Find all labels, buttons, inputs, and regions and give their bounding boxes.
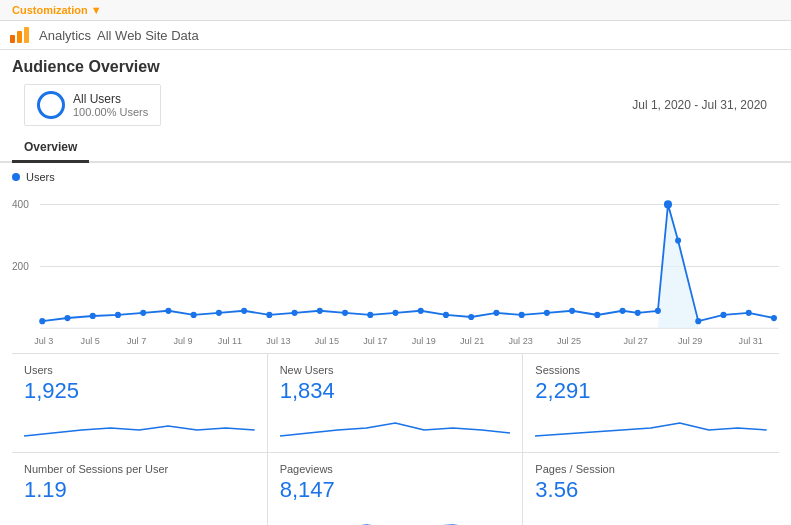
svg-text:Jul 25: Jul 25 bbox=[557, 336, 581, 346]
svg-text:Jul 7: Jul 7 bbox=[127, 336, 146, 346]
mini-chart-users bbox=[24, 408, 255, 443]
stat-sessions: Sessions 2,291 bbox=[523, 354, 779, 453]
stat-new-users-value: 1,834 bbox=[280, 378, 511, 404]
svg-point-35 bbox=[720, 312, 726, 318]
stats-grid: Users 1,925 New Users 1,834 Sessions 2,2… bbox=[12, 353, 779, 525]
logo-bar-3 bbox=[24, 27, 29, 43]
segment-label: All Users bbox=[73, 92, 148, 106]
logo-icon bbox=[10, 27, 29, 43]
mini-chart-sessions bbox=[535, 408, 767, 443]
svg-text:Jul 9: Jul 9 bbox=[173, 336, 192, 346]
svg-point-12 bbox=[191, 312, 197, 318]
property-name: All Web Site Data bbox=[97, 28, 199, 43]
svg-point-13 bbox=[216, 310, 222, 316]
svg-point-31 bbox=[655, 308, 661, 314]
svg-point-24 bbox=[493, 310, 499, 316]
chart-area: Users 400 200 bbox=[0, 163, 791, 353]
svg-point-27 bbox=[569, 308, 575, 314]
stat-pages-session: Pages / Session 3.56 bbox=[523, 453, 779, 525]
legend-dot-icon bbox=[12, 173, 20, 181]
logo bbox=[10, 27, 29, 43]
svg-point-29 bbox=[620, 308, 626, 314]
svg-text:Jul 17: Jul 17 bbox=[363, 336, 387, 346]
stat-pages-session-value: 3.56 bbox=[535, 477, 767, 503]
tab-overview[interactable]: Overview bbox=[12, 134, 89, 163]
svg-point-34 bbox=[695, 318, 701, 324]
svg-text:Jul 5: Jul 5 bbox=[81, 336, 100, 346]
svg-text:200: 200 bbox=[12, 260, 29, 271]
breadcrumb-top[interactable]: Customization ▼ bbox=[12, 4, 102, 16]
logo-bar-2 bbox=[17, 31, 22, 43]
svg-point-21 bbox=[418, 308, 424, 314]
svg-text:Jul 13: Jul 13 bbox=[266, 336, 290, 346]
segment-info: All Users 100.00% Users bbox=[37, 91, 148, 119]
stat-sessions-value: 2,291 bbox=[535, 378, 767, 404]
stat-users-label: Users bbox=[24, 364, 255, 376]
svg-point-36 bbox=[746, 310, 752, 316]
page-title: Audience Overview bbox=[0, 50, 791, 80]
stat-pageviews-value: 8,147 bbox=[280, 477, 511, 503]
stat-sessions-per-user-value: 1.19 bbox=[24, 477, 255, 503]
chart-wrapper: 400 200 bbox=[12, 189, 779, 349]
svg-text:Jul 3: Jul 3 bbox=[34, 336, 53, 346]
tabs-bar: Overview bbox=[0, 134, 791, 163]
mini-chart-pageviews bbox=[280, 507, 511, 525]
svg-point-23 bbox=[468, 314, 474, 320]
mini-chart-new-users bbox=[280, 408, 511, 443]
svg-text:Jul 23: Jul 23 bbox=[509, 336, 533, 346]
legend-label: Users bbox=[26, 171, 55, 183]
stat-users-value: 1,925 bbox=[24, 378, 255, 404]
stat-pageviews-label: Pageviews bbox=[280, 463, 511, 475]
segment-circle-icon bbox=[37, 91, 65, 119]
app-name: Analytics bbox=[39, 28, 91, 43]
stat-pages-session-label: Pages / Session bbox=[535, 463, 767, 475]
svg-point-16 bbox=[292, 310, 298, 316]
svg-point-33 bbox=[675, 238, 681, 244]
svg-point-32 bbox=[664, 200, 672, 208]
date-range: Jul 1, 2020 - Jul 31, 2020 bbox=[173, 92, 779, 118]
segment-bar: All Users 100.00% Users bbox=[24, 84, 161, 126]
svg-point-8 bbox=[90, 313, 96, 319]
svg-point-7 bbox=[64, 315, 70, 321]
stat-sessions-per-user-label: Number of Sessions per User bbox=[24, 463, 255, 475]
svg-text:Jul 11: Jul 11 bbox=[218, 336, 242, 346]
svg-text:Jul 19: Jul 19 bbox=[412, 336, 436, 346]
segment-details: All Users 100.00% Users bbox=[73, 92, 148, 118]
chart-legend: Users bbox=[12, 171, 779, 183]
svg-point-30 bbox=[635, 310, 641, 316]
svg-point-6 bbox=[39, 318, 45, 324]
mini-chart-pages-session bbox=[535, 507, 767, 525]
stat-new-users-label: New Users bbox=[280, 364, 511, 376]
svg-point-25 bbox=[519, 312, 525, 318]
stat-users: Users 1,925 bbox=[12, 354, 268, 453]
svg-text:Jul 31: Jul 31 bbox=[739, 336, 763, 346]
svg-point-22 bbox=[443, 312, 449, 318]
svg-point-17 bbox=[317, 308, 323, 314]
stat-sessions-label: Sessions bbox=[535, 364, 767, 376]
svg-point-20 bbox=[392, 310, 398, 316]
svg-point-26 bbox=[544, 310, 550, 316]
stat-pageviews: Pageviews 8,147 bbox=[268, 453, 524, 525]
svg-text:Jul 27: Jul 27 bbox=[624, 336, 648, 346]
mini-chart-sessions-per-user bbox=[24, 507, 255, 525]
svg-text:Jul 21: Jul 21 bbox=[460, 336, 484, 346]
svg-point-18 bbox=[342, 310, 348, 316]
svg-point-37 bbox=[771, 315, 777, 321]
svg-point-9 bbox=[115, 312, 121, 318]
segment-date-row: All Users 100.00% Users Jul 1, 2020 - Ju… bbox=[0, 80, 791, 130]
svg-point-14 bbox=[241, 308, 247, 314]
stat-sessions-per-user: Number of Sessions per User 1.19 bbox=[12, 453, 268, 525]
svg-point-28 bbox=[594, 312, 600, 318]
svg-point-15 bbox=[266, 312, 272, 318]
svg-text:Jul 15: Jul 15 bbox=[315, 336, 339, 346]
svg-point-19 bbox=[367, 312, 373, 318]
svg-point-10 bbox=[140, 310, 146, 316]
logo-bar-1 bbox=[10, 35, 15, 43]
svg-point-11 bbox=[165, 308, 171, 314]
main-chart: 400 200 bbox=[12, 189, 779, 349]
svg-text:Jul 29: Jul 29 bbox=[678, 336, 702, 346]
segment-percentage: 100.00% Users bbox=[73, 106, 148, 118]
svg-text:400: 400 bbox=[12, 198, 29, 209]
main-header: Analytics All Web Site Data bbox=[0, 21, 791, 50]
stat-new-users: New Users 1,834 bbox=[268, 354, 524, 453]
